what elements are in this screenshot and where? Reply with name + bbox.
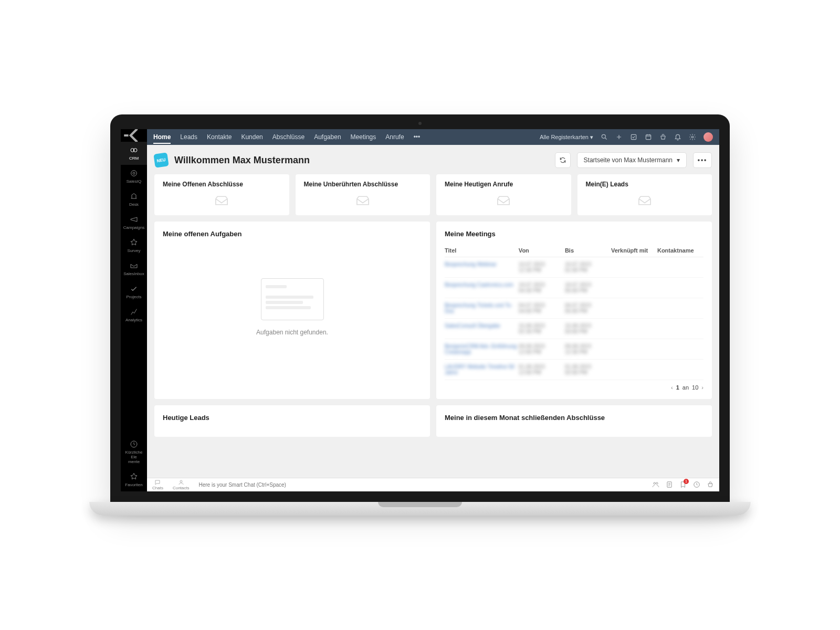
sidebar-item-survey[interactable]: Survey [121,234,147,257]
svg-point-10 [654,482,656,484]
sidebar-collapse-button[interactable] [121,129,147,142]
nav-kunden[interactable]: Kunden [241,133,262,141]
notification-badge[interactable] [679,481,687,489]
all-tabs-label: Alle Registerkarten [540,134,589,140]
bottom-contacts[interactable]: Contacts [173,479,190,490]
bottom-chats[interactable]: Chats [152,479,163,490]
leads-today-title: Heutige Leads [163,414,422,422]
sidebar-item-analytics[interactable]: Analytics [121,303,147,327]
bottom-right-icons [652,481,714,489]
meetings-header-row: Titel Von Bis Verknüpft mit Kontaktname [445,244,704,257]
svg-rect-7 [646,135,650,140]
basket-icon[interactable] [659,133,667,141]
sidebar-item-salesiq[interactable]: SalesIQ [121,165,147,188]
prev-page-button[interactable]: ‹ [671,384,673,391]
sidebar-item-salesinbox[interactable]: SalesInbox [121,257,147,280]
page-icon[interactable] [666,481,673,488]
user-avatar[interactable] [704,132,713,142]
nav-more[interactable]: ••• [414,133,421,141]
nav-home[interactable]: Home [153,133,171,144]
stat-card-today-calls[interactable]: Meine Heutigen Anrufe [436,174,571,215]
sidebar-label: Projects [127,295,142,299]
search-icon[interactable] [601,133,608,141]
sidebar-item-desk[interactable]: Desk [121,188,147,211]
dashboard-content: NEU Willkommen Max Mustermann Startseite… [147,145,719,478]
nav-anrufe[interactable]: Anrufe [385,133,404,141]
sidebar-item-recent[interactable]: Kürzliche Ele mente [121,436,147,468]
nav-meetings[interactable]: Meetings [351,133,376,141]
star-icon [130,472,138,481]
sidebar-item-campaigns[interactable]: Campaigns [121,211,147,234]
stat-card-my-leads[interactable]: Mein(E) Leads [578,174,712,215]
chat-icon [154,479,161,486]
tasks-panel: Meine offenen Aufgaben Aufgaben nicht ge [154,222,430,399]
svg-point-2 [131,171,137,176]
meeting-row[interactable]: Besprechung Castronics.com18.07.202304:3… [445,278,704,298]
smart-chat-input[interactable] [198,482,643,488]
salesiq-icon [130,169,138,177]
tasks-empty-text: Aufgaben nicht gefunden. [256,329,328,336]
app-sidebar: CRM SalesIQ Desk Campaigns Survey [121,129,147,491]
closing-month-title: Meine in diesem Monat schließenden Absch… [445,414,704,422]
cart-icon[interactable] [707,481,714,488]
stat-card-open-deals[interactable]: Meine Offenen Abschlüsse [154,174,289,215]
page-total: 10 [692,384,698,391]
laptop-bezel: CRM SalesIQ Desk Campaigns Survey [110,114,730,502]
new-badge: NEU [153,152,169,167]
bell-icon[interactable] [674,133,681,141]
tasks-title: Meine offenen Aufgaben [163,230,422,238]
calendar-icon[interactable] [645,133,652,141]
svg-rect-6 [631,134,636,139]
survey-icon [130,238,138,247]
refresh-button[interactable] [555,152,571,168]
sidebar-item-favorites[interactable]: Favoriten [121,468,147,491]
sidebar-label: Favoriten [125,482,142,487]
clock-icon[interactable] [693,481,700,488]
plus-icon[interactable] [615,133,623,141]
dropdown-label: Startseite von Max Mustermann [584,156,673,164]
check-box-icon[interactable] [630,133,637,141]
analytics-icon [130,308,138,316]
bottom-label: Chats [152,486,163,490]
stat-title: Meine Heutigen Anrufe [445,181,563,188]
meeting-row[interactable]: SalesConsult Übergabe15.08.202302:30 PM1… [445,319,704,339]
sidebar-item-crm[interactable]: CRM [121,142,147,165]
people-icon[interactable] [652,481,659,488]
nav-kontakte[interactable]: Kontakte [207,133,232,141]
top-navigation: Home Leads Kontakte Kunden Abschlüsse Au… [147,129,719,145]
sidebar-label: Desk [129,202,139,207]
panels-row-1: Meine offenen Aufgaben Aufgaben nicht ge [154,222,712,399]
meeting-row[interactable]: Besprechung Tickets und To-Dos04.07.2023… [445,298,704,319]
svg-point-9 [180,480,182,482]
nav-leads[interactable]: Leads [180,133,197,141]
all-tabs-dropdown[interactable]: Alle Registerkarten ▾ [540,134,593,141]
desk-icon [130,192,138,201]
meetings-table: Titel Von Bis Verknüpft mit Kontaktname … [445,244,704,391]
panels-row-2: Heutige Leads Meine in diesem Monat schl… [154,405,712,437]
nav-abschluesse[interactable]: Abschlüsse [272,133,304,141]
nav-aufgaben[interactable]: Aufgaben [314,133,341,141]
empty-illustration [261,278,324,320]
meeting-row[interactable]: BenjaminCRM Adv. Einführung Creatorapp09… [445,339,704,360]
contacts-icon [178,479,184,486]
bottom-bar: Chats Contacts [147,478,719,491]
stat-title: Meine Unberührten Abschlüsse [304,181,422,188]
inbox-icon [445,195,563,206]
projects-icon [130,285,138,293]
app-screen: CRM SalesIQ Desk Campaigns Survey [121,129,719,491]
view-dropdown[interactable]: Startseite von Max Mustermann ▾ [577,152,687,168]
laptop-mockup: CRM SalesIQ Desk Campaigns Survey [110,114,730,516]
meeting-row[interactable]: Besprechung Webinar10.07.202312:30 PM10.… [445,257,704,278]
stat-cards-row: Meine Offenen Abschlüsse Meine Unberührt… [154,174,712,215]
page-header: NEU Willkommen Max Mustermann Startseite… [154,152,712,168]
meeting-row[interactable]: LAUDRY Website Timeline 50 Jahre01.08.20… [445,360,704,380]
stat-card-untouched-deals[interactable]: Meine Unberührten Abschlüsse [296,174,430,215]
gear-icon[interactable] [689,133,696,141]
more-button[interactable]: ••• [693,152,712,168]
campaigns-icon [130,215,138,224]
col-von: Von [519,247,565,254]
chevron-down-icon: ▾ [677,156,680,164]
next-page-button[interactable]: › [701,384,704,391]
svg-point-8 [691,136,694,138]
sidebar-item-projects[interactable]: Projects [121,280,147,303]
